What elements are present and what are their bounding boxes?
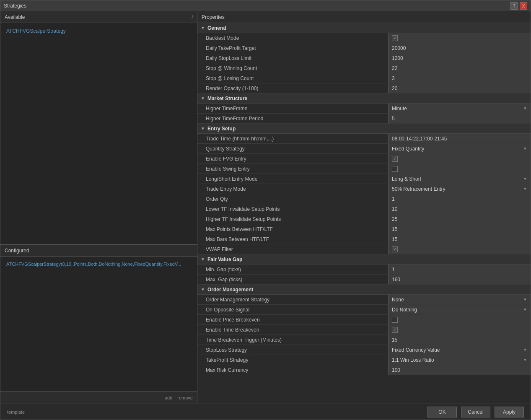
dropdown-arrow-icon: ▼ (523, 146, 527, 151)
property-name: Daily StopLoss Limit (206, 55, 388, 61)
property-value[interactable]: 100 (388, 365, 531, 375)
available-list: ATCHFVGScalperStrategy (0, 23, 197, 244)
configured-footer: add remove (0, 391, 197, 404)
property-name: Higher TimeFrame (206, 106, 388, 111)
property-row: VWAP Filter (197, 244, 531, 254)
properties-header: Properties (197, 11, 531, 23)
property-value[interactable]: 160 (388, 275, 531, 284)
property-row: Stop @ Losing Count3 (197, 73, 531, 83)
configured-label: Configured (5, 248, 29, 254)
property-value[interactable]: 15 (388, 234, 531, 244)
property-row: StopLoss StrategyFixed Currency Value▼ (197, 345, 531, 355)
available-header: Available i (0, 11, 197, 23)
property-value[interactable]: 1 (388, 194, 531, 204)
property-name: StopLoss Strategy (206, 347, 388, 353)
property-value[interactable] (388, 244, 531, 254)
apply-button[interactable]: Apply (495, 407, 524, 417)
property-row: Min. Gap (ticks)1 (197, 264, 531, 275)
property-name: Enable Time Breakeven (206, 327, 388, 333)
property-value[interactable]: 20000 (388, 43, 531, 53)
property-value[interactable]: 1:1 Win Loss Ratio▼ (388, 355, 531, 365)
checkbox-value[interactable] (392, 166, 398, 172)
checkbox-value[interactable] (392, 35, 398, 41)
property-row: Higher TF Invalidate Setup Points25 (197, 214, 531, 224)
title-bar: Strategies ? X (0, 0, 531, 11)
property-value[interactable]: 5 (388, 114, 531, 123)
checkbox-value[interactable] (392, 317, 398, 323)
checkbox-value[interactable] (392, 327, 398, 333)
property-value[interactable]: Fixed Currency Value▼ (388, 345, 531, 355)
checkbox-value[interactable] (392, 156, 398, 162)
help-button[interactable]: ? (510, 2, 518, 10)
section-arrow: ▼ (201, 96, 205, 101)
configured-list: ATCHFVGScalperStrategy(0,10,,Points,Both… (0, 257, 197, 391)
property-row: Trade Entry Mode50% Retracement Entry▼ (197, 184, 531, 194)
checkbox-value[interactable] (392, 246, 398, 252)
property-value[interactable]: 3 (388, 73, 531, 83)
property-row: Higher TimeFrame Period5 (197, 114, 531, 124)
property-name: Higher TimeFrame Period (206, 116, 388, 122)
property-row: Time Breakeven Trigger (Minutes)15 (197, 335, 531, 345)
property-name: Stop @ Losing Count (206, 75, 388, 81)
property-row: Enable FVG Entry (197, 154, 531, 164)
section-arrow: ▼ (201, 26, 205, 30)
dropdown-arrow-icon: ▼ (523, 347, 527, 352)
property-value[interactable]: 20 (388, 83, 531, 93)
property-value[interactable]: Long & Short▼ (388, 174, 531, 184)
property-value[interactable]: Do Nothing▼ (388, 305, 531, 314)
property-row: Enable Time Breakeven (197, 325, 531, 335)
section-title: Market Structure (207, 96, 247, 101)
property-row: Daily TakeProfit Target20000 (197, 43, 531, 53)
dropdown-arrow-icon: ▼ (523, 307, 527, 312)
property-name: VWAP Filter (206, 246, 388, 252)
title-controls: ? X (510, 2, 527, 10)
property-value[interactable] (388, 154, 531, 163)
template-link[interactable]: template (7, 410, 25, 415)
property-value[interactable]: 15 (388, 224, 531, 234)
section-header-fair-value-gap[interactable]: ▼Fair Value Gap (197, 254, 531, 264)
section-header-market-structure[interactable]: ▼Market Structure (197, 93, 531, 104)
property-value[interactable]: 25 (388, 214, 531, 224)
property-value[interactable]: Fixed Quantity▼ (388, 144, 531, 153)
property-name: Time Breakeven Trigger (Minutes) (206, 337, 388, 343)
ok-button[interactable]: OK (427, 407, 457, 417)
property-value[interactable]: 08:00-14:22,17:00-21:45 (388, 134, 531, 143)
property-value[interactable]: None▼ (388, 295, 531, 304)
configured-strategy-item[interactable]: ATCHFVGScalperStrategy(0,10,,Points,Both… (4, 260, 194, 268)
property-value[interactable]: 10 (388, 204, 531, 214)
property-name: TakeProfit Strategy (206, 357, 388, 363)
configured-header: Configured (0, 245, 197, 257)
property-name: Trade Time (hh:mm-hh:mm,...) (206, 136, 388, 142)
property-value[interactable]: 50% Retracement Entry▼ (388, 184, 531, 194)
property-value[interactable]: 1200 (388, 53, 531, 63)
dropdown-arrow-icon: ▼ (523, 358, 527, 362)
property-value[interactable] (388, 33, 531, 43)
property-row: Trade Time (hh:mm-hh:mm,...)08:00-14:22,… (197, 134, 531, 144)
property-row: Stop @ Winning Count22 (197, 63, 531, 73)
property-row: Order Management StrategyNone▼ (197, 295, 531, 305)
remove-link[interactable]: remove (177, 395, 193, 400)
property-value[interactable] (388, 315, 531, 324)
cancel-button[interactable]: Cancel (461, 407, 490, 417)
section-header-entry-setup[interactable]: ▼Entry Setup (197, 124, 531, 134)
property-name: Enable Price Breakeven (206, 317, 388, 323)
property-row: Lower TF Invalidate Setup Points10 (197, 204, 531, 214)
section-header-general[interactable]: ▼General (197, 23, 531, 33)
available-label: Available (5, 14, 25, 20)
property-row: Higher TimeFrameMinute▼ (197, 104, 531, 114)
section-title: Order Management (207, 287, 253, 293)
add-link[interactable]: add (165, 395, 172, 400)
dropdown-text: 1:1 Win Loss Ratio (392, 357, 434, 363)
close-button[interactable]: X (520, 2, 527, 10)
section-header-order-management[interactable]: ▼Order Management (197, 285, 531, 295)
properties-content[interactable]: ▼GeneralBacktest ModeDaily TakeProfit Ta… (197, 23, 531, 404)
property-value[interactable]: 22 (388, 63, 531, 73)
property-value[interactable]: 15 (388, 335, 531, 345)
property-value[interactable] (388, 325, 531, 334)
property-value[interactable] (388, 164, 531, 174)
property-value[interactable]: Minute▼ (388, 104, 531, 113)
property-name: Higher TF Invalidate Setup Points (206, 216, 388, 222)
section-title: Entry Setup (207, 126, 236, 132)
available-strategy-item[interactable]: ATCHFVGScalperStrategy (4, 26, 194, 36)
property-value[interactable]: 1 (388, 264, 531, 274)
